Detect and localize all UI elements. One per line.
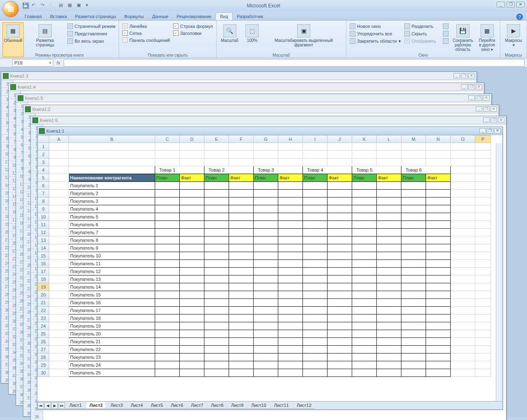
cell-G10[interactable] — [254, 213, 278, 221]
cell-E28[interactable] — [204, 353, 229, 361]
min-icon[interactable]: _ — [483, 117, 490, 123]
cell-P25[interactable] — [475, 330, 491, 338]
cell-N24[interactable] — [426, 322, 451, 330]
cell-B13[interactable]: Покупатель 8 — [69, 236, 155, 244]
cell-N19[interactable] — [426, 283, 451, 291]
cell-C22[interactable] — [155, 307, 180, 314]
cell-D11[interactable] — [180, 221, 204, 229]
cell-B22[interactable]: Покупатель 17 — [69, 307, 155, 314]
row-header-3[interactable]: 3 — [38, 158, 49, 166]
cell-P13[interactable] — [475, 236, 491, 244]
select-all-cell[interactable] — [38, 135, 49, 143]
cell-G17[interactable] — [254, 268, 278, 275]
cell-K30[interactable] — [352, 369, 377, 377]
cell-N25[interactable] — [426, 330, 451, 338]
row-header-15[interactable]: 15 — [38, 252, 49, 260]
cell-M11[interactable] — [401, 221, 426, 229]
cell-K26[interactable] — [352, 338, 377, 346]
cell-K4[interactable]: Товар 5 — [352, 166, 377, 174]
cell-D6[interactable] — [180, 182, 204, 190]
cell-P24[interactable] — [475, 322, 491, 330]
cell-J12[interactable] — [328, 229, 352, 236]
cell-D2[interactable] — [180, 151, 204, 158]
cell-L3[interactable] — [377, 158, 401, 166]
min-icon[interactable]: _ — [476, 106, 482, 112]
cell-J17[interactable] — [328, 268, 352, 275]
cell-P7[interactable] — [475, 190, 491, 197]
cell-H22[interactable] — [278, 307, 303, 314]
cell-E29[interactable] — [204, 361, 229, 369]
cell-K22[interactable] — [352, 307, 377, 314]
cell-O13[interactable] — [451, 236, 475, 244]
cell-I14[interactable] — [303, 244, 328, 252]
max-icon[interactable]: ❐ — [461, 73, 467, 78]
new-icon[interactable]: ▤ — [59, 2, 65, 9]
cell-C20[interactable] — [155, 291, 180, 299]
cell-D20[interactable] — [180, 291, 204, 299]
cell-H10[interactable] — [278, 213, 303, 221]
cell-M6[interactable] — [401, 182, 426, 190]
tab-formulas[interactable]: Формулы — [120, 13, 148, 20]
reset-pos-icon[interactable] — [442, 38, 449, 44]
tab-insert[interactable]: Вставка — [46, 13, 71, 20]
cell-J10[interactable] — [328, 213, 352, 221]
cell-O10[interactable] — [451, 213, 475, 221]
cell-G12[interactable] — [254, 229, 278, 236]
prev-sheet-icon[interactable]: ◀ — [44, 402, 51, 409]
cell-P15[interactable] — [475, 252, 491, 260]
cell-K14[interactable] — [352, 244, 377, 252]
col-header-I[interactable]: I — [303, 135, 328, 143]
cell-A28[interactable] — [49, 353, 69, 361]
cell-J5[interactable]: Факт — [328, 174, 352, 182]
cell-P27[interactable] — [475, 346, 491, 353]
row-header-19[interactable]: 19 — [38, 283, 49, 291]
cell-K12[interactable] — [352, 229, 377, 236]
cell-K19[interactable] — [352, 283, 377, 291]
cell-P29[interactable] — [475, 361, 491, 369]
cell-P17[interactable] — [475, 268, 491, 275]
cell-F14[interactable] — [229, 244, 254, 252]
sheet-tab-Лист8[interactable]: Лист8 — [207, 402, 227, 409]
cell-H9[interactable] — [278, 205, 303, 213]
cell-L7[interactable] — [377, 190, 401, 197]
close-button[interactable]: ✕ — [516, 2, 525, 7]
cell-J18[interactable] — [328, 275, 352, 283]
cell-H8[interactable] — [278, 197, 303, 205]
cell-D30[interactable] — [180, 369, 204, 377]
cell-N5[interactable]: Факт — [426, 174, 451, 182]
cell-A5[interactable] — [49, 174, 69, 182]
help-icon[interactable]: ? — [516, 14, 523, 20]
cell-L19[interactable] — [377, 283, 401, 291]
cell-N10[interactable] — [426, 213, 451, 221]
cell-C14[interactable] — [155, 244, 180, 252]
cell-C11[interactable] — [155, 221, 180, 229]
cell-E21[interactable] — [204, 299, 229, 307]
cell-H28[interactable] — [278, 353, 303, 361]
col-header-H[interactable]: H — [278, 135, 303, 143]
cell-D22[interactable] — [180, 307, 204, 314]
cell-G13[interactable] — [254, 236, 278, 244]
cell-E9[interactable] — [204, 205, 229, 213]
cell-J24[interactable] — [328, 322, 352, 330]
cell-H30[interactable] — [278, 369, 303, 377]
cell-D5[interactable]: Факт — [180, 174, 204, 182]
cell-H6[interactable] — [278, 182, 303, 190]
macros-button[interactable]: ▶Макросы▾ — [503, 22, 524, 57]
sync-scroll-icon[interactable] — [442, 30, 449, 37]
cell-L4[interactable] — [377, 166, 401, 174]
cell-N27[interactable] — [426, 346, 451, 353]
cell-A23[interactable] — [49, 314, 69, 322]
cell-I5[interactable]: План — [303, 174, 328, 182]
cell-L13[interactable] — [377, 236, 401, 244]
sheet-tab-Лист7[interactable]: Лист7 — [187, 402, 207, 409]
row-header-23[interactable]: 23 — [38, 314, 49, 322]
cell-L8[interactable] — [377, 197, 401, 205]
cell-P20[interactable] — [475, 291, 491, 299]
cell-L23[interactable] — [377, 314, 401, 322]
cell-C21[interactable] — [155, 299, 180, 307]
cell-I11[interactable] — [303, 221, 328, 229]
sheet-tab-Лист5[interactable]: Лист5 — [147, 402, 167, 409]
cell-G24[interactable] — [254, 322, 278, 330]
cell-A17[interactable] — [49, 268, 69, 275]
cell-E2[interactable] — [204, 151, 229, 158]
